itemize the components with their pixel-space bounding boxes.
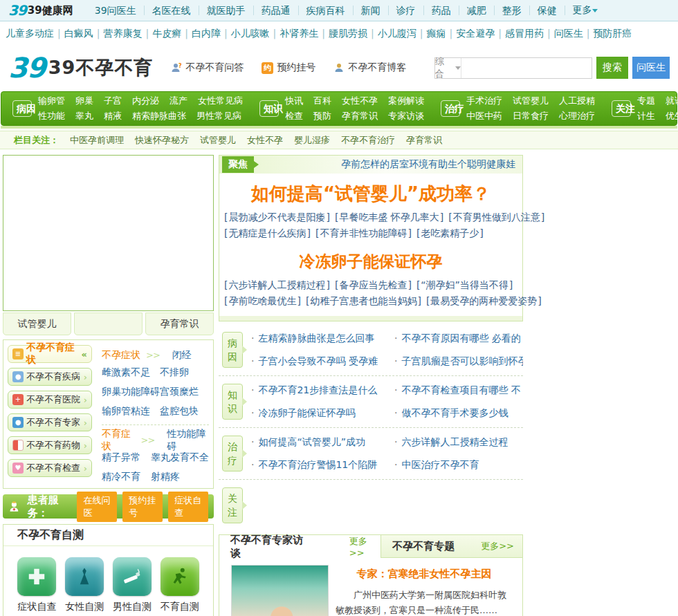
top-nav-link[interactable]: 保健 bbox=[530, 6, 565, 15]
column-focus-link[interactable]: 中医孕前调理 bbox=[70, 134, 124, 147]
patient-service-button[interactable]: 在线问医 bbox=[77, 492, 117, 522]
column-focus-link[interactable]: 试管婴儿 bbox=[200, 134, 236, 147]
top-nav-link[interactable]: 名医在线 bbox=[145, 6, 199, 15]
symptom-link[interactable]: 闭经 bbox=[172, 349, 192, 362]
slider-tab-middle[interactable] bbox=[74, 312, 143, 335]
self-test-symptom-check[interactable]: 症状自查 bbox=[17, 557, 56, 613]
top-nav-link[interactable]: 药品 bbox=[424, 6, 459, 15]
news-link[interactable]: 不孕不育治疗警惕11个陷阱 bbox=[251, 459, 390, 472]
quick-link[interactable]: 营养康复 bbox=[93, 28, 143, 40]
symptom-link[interactable]: 雌激素不足 bbox=[102, 366, 160, 379]
patient-service-button[interactable]: 症状自查 bbox=[168, 492, 208, 522]
sidebar-item-checkup[interactable]: ♥ 不孕不育检查 › bbox=[8, 459, 92, 477]
top-nav-link[interactable]: 新闻 bbox=[354, 6, 389, 15]
focus-headline-2[interactable]: 冷冻卵子能保证怀孕 bbox=[219, 251, 522, 272]
self-test-female[interactable]: 女性自测 bbox=[65, 557, 104, 613]
column-focus-link[interactable]: 孕育常识 bbox=[406, 134, 442, 147]
news-link[interactable]: 不孕不育原因有哪些 必看的 bbox=[394, 333, 523, 345]
female-symptoms-title[interactable]: 不孕症状 bbox=[102, 349, 140, 362]
quick-link[interactable]: 癫痫 bbox=[416, 28, 446, 40]
focus-link[interactable]: 晨勃减少不代表是阳痿 bbox=[224, 212, 330, 224]
focus-link[interactable]: 不育并非性功能障碍 bbox=[315, 227, 412, 240]
self-test-infertility[interactable]: 不育自测 bbox=[161, 557, 199, 613]
mega-nav-link[interactable]: 流产 bbox=[170, 95, 187, 107]
news-link[interactable]: 左精索静脉曲张是怎么回事 bbox=[251, 333, 390, 345]
topics-more-link[interactable]: 更多>> bbox=[481, 540, 522, 552]
mega-nav-link[interactable]: 子宫 bbox=[104, 95, 122, 107]
mega-tag-treatment[interactable]: 治疗 bbox=[441, 100, 460, 117]
news-tag-treatment[interactable]: 治疗 bbox=[222, 436, 243, 472]
sidebar-item-diseases[interactable]: ● 不孕不育疾病 › bbox=[8, 368, 92, 386]
mega-nav-link[interactable]: 试管婴儿 bbox=[513, 95, 549, 107]
symptom-link[interactable]: 盆腔包块 bbox=[160, 405, 209, 418]
slider-image[interactable] bbox=[3, 155, 214, 311]
focus-link[interactable]: 无精症是什么疾病 bbox=[224, 227, 311, 240]
39health-logo[interactable]: 39 39健康网 bbox=[8, 2, 73, 19]
symptom-link[interactable]: 不排卵 bbox=[160, 366, 209, 379]
sidebar-item-drugs[interactable]: 不孕不育药物 › bbox=[8, 436, 92, 454]
mega-nav-link[interactable]: 日常食疗 bbox=[513, 110, 549, 122]
search-category-dropdown[interactable]: 综合 bbox=[435, 58, 461, 78]
symptom-link[interactable]: 卵巢功能障碍 bbox=[102, 386, 160, 398]
mega-nav-link[interactable]: 内分泌 bbox=[132, 95, 159, 107]
symptom-link[interactable]: 性功能障碍 bbox=[167, 428, 209, 453]
news-link[interactable]: 中医治疗不孕不育 bbox=[394, 459, 523, 472]
quick-link[interactable]: 牛皮癣 bbox=[142, 28, 181, 40]
focus-link[interactable]: 不育男性做到八注意 bbox=[448, 212, 544, 224]
focus-link[interactable]: 六步详解人工授精过程 bbox=[224, 279, 330, 292]
news-link[interactable]: 如何提高“试管婴儿”成功 bbox=[251, 436, 390, 449]
column-focus-link[interactable]: 快速怀孕秘方 bbox=[135, 134, 189, 147]
mega-nav-link[interactable]: 案例解读 bbox=[388, 95, 424, 107]
quick-link[interactable]: 问医生 bbox=[544, 28, 583, 40]
male-symptoms-title[interactable]: 不育症状 bbox=[102, 428, 136, 453]
mega-nav-link[interactable]: 卵巢 bbox=[75, 95, 93, 107]
quick-link[interactable]: 腰肌劳损 bbox=[318, 28, 367, 40]
top-nav-link[interactable]: 药品通 bbox=[254, 6, 299, 15]
blog-link[interactable]: 不孕不育博客 bbox=[333, 62, 406, 74]
symptom-link[interactable]: 射精疼 bbox=[151, 471, 209, 483]
focus-link[interactable]: 早餐吃丰盛 怀孕几率大 bbox=[335, 212, 443, 224]
sidebar-item-hospitals[interactable]: + 不孕不育医院 › bbox=[8, 391, 92, 409]
column-focus-link[interactable]: 女性不孕 bbox=[247, 134, 283, 147]
ask-doctor-button[interactable]: 问医生 bbox=[632, 57, 670, 79]
mega-nav-link[interactable]: 手术治疗 bbox=[466, 95, 502, 107]
mega-nav-link[interactable]: 优生优育 bbox=[666, 110, 678, 122]
symptom-link[interactable]: 宫颈糜烂 bbox=[160, 386, 209, 398]
news-tag-cause[interactable]: 病因 bbox=[222, 332, 243, 368]
site-logo[interactable]: 39 39不孕不育 bbox=[8, 52, 153, 84]
focus-link[interactable]: 孕前吃啥最优生 bbox=[224, 295, 301, 308]
mega-nav-link[interactable]: 预防 bbox=[313, 110, 331, 122]
quick-link[interactable]: 儿童多动症 bbox=[6, 28, 54, 40]
mega-nav-link[interactable]: 精索静脉曲张 bbox=[132, 110, 186, 122]
focus-link[interactable]: 老吃素精子少 bbox=[416, 227, 484, 240]
mega-nav-link[interactable]: 百科 bbox=[313, 95, 331, 107]
top-nav-more[interactable]: 更多 bbox=[565, 4, 605, 17]
quick-link[interactable]: 补肾养生 bbox=[270, 28, 319, 40]
patient-service-button[interactable]: 预约挂号 bbox=[122, 492, 163, 522]
news-link[interactable]: 六步详解人工授精全过程 bbox=[394, 436, 523, 449]
sidebar-item-experts[interactable]: ● 不孕不育专家 › bbox=[8, 413, 92, 431]
quick-link[interactable]: 小儿腹泻 bbox=[367, 28, 416, 40]
expert-photo[interactable] bbox=[231, 565, 329, 616]
column-focus-link[interactable]: 婴儿湿疹 bbox=[294, 134, 330, 147]
mega-nav-link[interactable]: 男性常见病 bbox=[196, 110, 241, 122]
mega-tag-cause[interactable]: 病因 bbox=[12, 100, 32, 117]
mega-nav-link[interactable]: 检查 bbox=[285, 110, 303, 122]
symptom-link[interactable]: 精子异常 bbox=[102, 451, 151, 464]
top-nav-link[interactable]: 诊疗 bbox=[389, 6, 424, 15]
mega-nav-link[interactable]: 专家访谈 bbox=[388, 110, 424, 122]
symptom-link[interactable]: 睾丸发育不全 bbox=[151, 451, 209, 464]
top-nav-link[interactable]: 疾病百科 bbox=[299, 6, 354, 15]
mega-nav-link[interactable]: 专题 bbox=[637, 95, 655, 107]
mega-tag-follow[interactable]: 关注 bbox=[612, 100, 631, 117]
news-tag-follow[interactable]: 关注 bbox=[222, 487, 243, 523]
qa-link[interactable]: ? 不孕不育问答 bbox=[171, 62, 244, 74]
top-nav-link[interactable]: 就医助手 bbox=[199, 6, 254, 15]
interview-headline[interactable]: 专家：宫寒绝非女性不孕主因 bbox=[336, 568, 513, 581]
quick-link[interactable]: 小儿咳嗽 bbox=[221, 28, 270, 40]
booking-link[interactable]: 约 预约挂号 bbox=[262, 62, 315, 74]
sidebar-item-symptoms[interactable]: ≡ 不孕不育症状 « bbox=[8, 345, 92, 363]
symptom-link[interactable]: 输卵管粘连 bbox=[102, 405, 160, 418]
focus-link[interactable]: 幼稚子宫患者也能当妈妈 bbox=[306, 295, 421, 308]
top-nav-link[interactable]: 整形 bbox=[495, 6, 530, 15]
